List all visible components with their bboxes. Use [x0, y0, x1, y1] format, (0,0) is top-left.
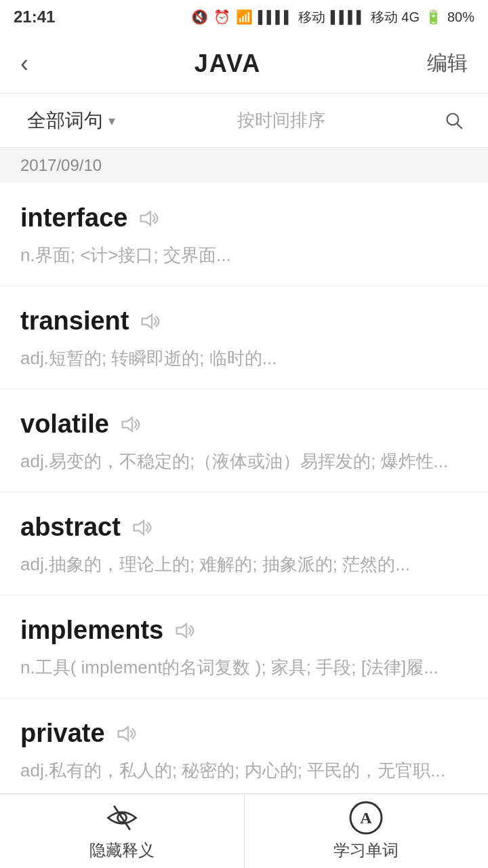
tab-hide-definition[interactable]: 隐藏释义 [0, 794, 245, 868]
list-item: volatile adj.易变的，不稳定的;（液体或油）易挥发的; 爆炸性... [0, 389, 488, 492]
speaker-icon [120, 415, 144, 434]
sound-button[interactable] [116, 724, 140, 743]
date-label: 2017/09/10 [20, 156, 102, 174]
search-button[interactable] [434, 100, 474, 141]
word-definition: adj.私有的，私人的; 秘密的; 内心的; 平民的，无官职... [20, 757, 468, 784]
svg-marker-2 [141, 212, 150, 225]
word-definition: n.界面; <计>接口; 交界面... [20, 242, 468, 269]
word-definition: adj.短暂的; 转瞬即逝的; 临时的... [20, 345, 468, 372]
svg-text:A: A [361, 809, 373, 827]
filter-dropdown[interactable]: 全部词句 ▾ [14, 101, 129, 140]
word-definition: adj.易变的，不稳定的;（液体或油）易挥发的; 爆炸性... [20, 448, 468, 475]
eye-slash-icon [103, 803, 141, 833]
speaker-icon [131, 518, 156, 537]
date-header: 2017/09/10 [0, 148, 488, 183]
sound-button[interactable] [140, 312, 164, 331]
battery-percent: 80% [447, 9, 474, 25]
list-item: abstract adj.抽象的，理论上的; 难解的; 抽象派的; 茫然的... [0, 492, 488, 595]
carrier2-label: 移动 4G [371, 8, 420, 26]
svg-marker-5 [134, 521, 143, 534]
list-item: implements n.工具( implement的名词复数 ); 家具; 手… [0, 595, 488, 698]
svg-marker-3 [142, 315, 152, 328]
word-definition: n.工具( implement的名词复数 ); 家具; 手段; [法律]履... [20, 654, 468, 681]
status-bar: 21:41 🔇 ⏰ 📶 ▌▌▌▌ 移动 ▌▌▌▌ 移动 4G 🔋 80% [0, 0, 488, 34]
filter-bar: 全部词句 ▾ 按时间排序 [0, 94, 488, 148]
word-term: volatile [20, 410, 109, 439]
speaker-icon [138, 209, 163, 228]
bottom-tab-bar: 隐藏释义 A 学习单词 [0, 793, 488, 868]
carrier1-label: 移动 [298, 8, 325, 26]
word-definition: adj.抽象的，理论上的; 难解的; 抽象派的; 茫然的... [20, 551, 468, 578]
list-item: transient adj.短暂的; 转瞬即逝的; 临时的... [0, 286, 488, 389]
sort-label: 按时间排序 [129, 108, 434, 132]
back-button[interactable]: ‹ [20, 50, 28, 78]
circle-a-icon: A [348, 800, 384, 835]
status-time: 21:41 [14, 7, 55, 26]
alarm-icon: ⏰ [214, 9, 230, 25]
speaker-icon [140, 312, 164, 331]
sound-button[interactable] [131, 518, 156, 537]
sound-button[interactable] [120, 415, 144, 434]
signal1-icon: ▌▌▌▌ [258, 10, 293, 24]
word-term: transient [20, 307, 129, 336]
speaker-icon [174, 621, 199, 640]
hide-definition-icon [103, 802, 141, 834]
top-nav: ‹ JAVA 编辑 [0, 34, 488, 94]
sound-button[interactable] [138, 209, 163, 228]
word-term: abstract [20, 513, 121, 542]
wifi-icon: 📶 [236, 9, 253, 25]
svg-marker-7 [118, 727, 127, 741]
svg-marker-4 [123, 418, 132, 431]
sound-button[interactable] [174, 621, 199, 640]
chevron-down-icon: ▾ [108, 113, 115, 129]
tab-study-words[interactable]: A 学习单词 [245, 794, 489, 868]
list-item: private adj.私有的，私人的; 秘密的; 内心的; 平民的，无官职..… [0, 698, 488, 802]
svg-line-1 [457, 123, 462, 128]
list-item: interface n.界面; <计>接口; 交界面... [0, 183, 488, 286]
svg-marker-6 [177, 624, 186, 637]
tab2-label: 学习单词 [333, 840, 399, 861]
word-list: interface n.界面; <计>接口; 交界面... transient [0, 183, 488, 858]
search-icon [442, 111, 466, 130]
status-icons: 🔇 ⏰ 📶 ▌▌▌▌ 移动 ▌▌▌▌ 移动 4G 🔋 80% [191, 8, 474, 26]
word-term: implements [20, 616, 163, 645]
signal2-icon: ▌▌▌▌ [331, 10, 365, 24]
speaker-icon [116, 724, 140, 743]
word-term: interface [20, 203, 127, 233]
word-term: private [20, 719, 105, 748]
tab1-label: 隐藏释义 [89, 840, 155, 861]
filter-dropdown-label: 全部词句 [27, 108, 103, 134]
study-words-icon: A [347, 802, 385, 834]
mute-icon: 🔇 [191, 9, 208, 25]
edit-button[interactable]: 编辑 [427, 50, 468, 77]
page-title: JAVA [195, 50, 262, 78]
battery-icon: 🔋 [425, 9, 442, 25]
